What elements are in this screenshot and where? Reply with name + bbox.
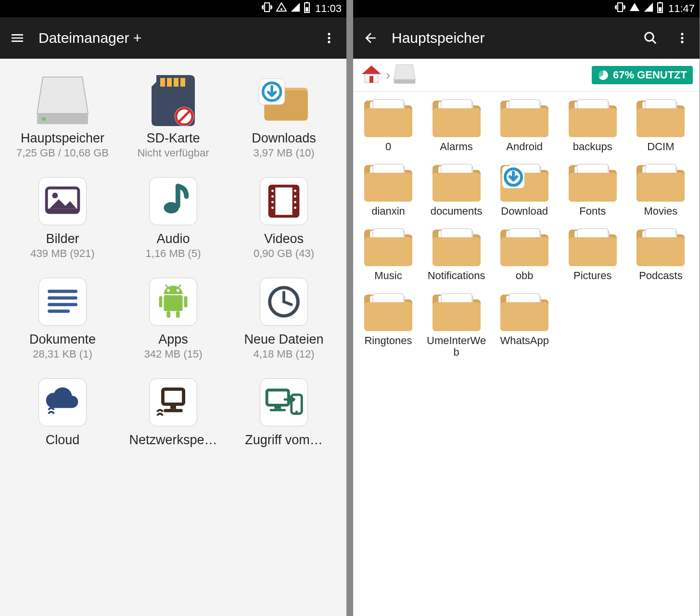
folder-icon [361, 290, 415, 334]
svg-point-33 [294, 201, 296, 204]
svg-point-21 [52, 192, 58, 198]
category-sub: 1,16 MB (5) [146, 247, 201, 260]
folder-icon [430, 290, 484, 334]
svg-rect-44 [159, 296, 163, 308]
vibrate-icon [261, 1, 273, 16]
category-drive[interactable]: Hauptspeicher 7,25 GB / 10,68 GB [10, 72, 115, 159]
svg-rect-51 [163, 389, 183, 404]
folder-item[interactable]: Ringtones [357, 290, 420, 358]
folder-item[interactable]: Alarms [425, 96, 488, 153]
folder-item[interactable]: Fonts [561, 160, 624, 217]
category-sub: 0,90 GB (43) [254, 247, 314, 260]
category-music[interactable]: Audio 1,16 MB (5) [120, 173, 226, 260]
back-icon[interactable] [360, 27, 381, 49]
folder-label: documents [431, 205, 483, 217]
video-icon [255, 173, 312, 230]
vibrate-icon [614, 1, 626, 16]
folder-label: Music [374, 270, 402, 282]
category-sdcard[interactable]: SD-Karte Nicht verfügbar [120, 72, 226, 159]
folder-label: Alarms [440, 141, 472, 153]
svg-point-40 [167, 289, 170, 292]
svg-point-23 [164, 202, 178, 214]
folder-item[interactable]: Podcasts [629, 225, 692, 282]
svg-point-29 [271, 201, 274, 204]
svg-rect-22 [47, 209, 79, 213]
folder-icon [497, 225, 551, 269]
app-bar: Dateimanager + [0, 17, 346, 59]
folder-item[interactable]: Android [493, 96, 556, 153]
folder-item[interactable]: dianxin [357, 160, 420, 217]
remote-icon [255, 374, 312, 431]
status-bar: 11:47 [353, 0, 700, 17]
category-cloud[interactable]: Cloud [10, 374, 115, 449]
folder-icon [634, 160, 687, 205]
folder-icon [430, 225, 484, 269]
category-download-folder[interactable]: Downloads 3,97 MB (10) [231, 72, 337, 159]
folder-icon [361, 225, 415, 269]
folder-item[interactable]: 0 [357, 96, 420, 153]
search-icon[interactable] [640, 27, 661, 49]
chevron-right-icon: › [386, 67, 390, 83]
overflow-icon[interactable] [672, 27, 693, 49]
folder-icon [566, 96, 620, 140]
category-image[interactable]: Bilder 439 MB (921) [10, 173, 115, 260]
svg-point-34 [294, 206, 296, 209]
drive-icon[interactable] [393, 64, 416, 87]
category-video[interactable]: Videos 0,90 GB (43) [231, 173, 337, 260]
category-doc[interactable]: Dokumente 28,31 KB (1) [10, 273, 115, 360]
folder-icon [361, 96, 415, 140]
category-remote[interactable]: Zugriff vom… [231, 374, 337, 449]
folder-item[interactable]: Music [357, 225, 420, 282]
category-android[interactable]: Apps 342 MB (15) [120, 273, 226, 360]
overflow-icon[interactable] [318, 27, 340, 49]
usage-badge[interactable]: 67% GENUTZT [592, 66, 693, 84]
signal-icon [290, 2, 301, 15]
svg-rect-62 [659, 7, 662, 12]
svg-rect-11 [160, 78, 165, 87]
category-grid: Hauptspeicher 7,25 GB / 10,68 GB SD-Kart… [0, 59, 346, 462]
folder-item[interactable]: backups [561, 96, 624, 153]
svg-point-41 [177, 289, 179, 292]
folder-label: Notifications [428, 270, 485, 282]
breadcrumb: › 67% GENUTZT [353, 59, 700, 92]
svg-point-5 [328, 33, 330, 35]
svg-point-58 [295, 411, 298, 413]
android-icon [145, 273, 202, 330]
home-icon[interactable] [360, 63, 383, 88]
category-sub: 342 MB (15) [144, 348, 202, 360]
category-label: Cloud [46, 433, 80, 448]
usage-label: 67% GENUTZT [613, 69, 687, 81]
category-clock[interactable]: Neue Dateien 4,18 MB (12) [231, 273, 337, 360]
folder-item[interactable]: Download [493, 160, 556, 217]
folder-item[interactable]: DCIM [629, 96, 692, 153]
folder-item[interactable]: UmeInterWeb [425, 290, 488, 358]
folder-label: Android [506, 141, 543, 153]
folder-label: Movies [644, 205, 678, 217]
category-sub: 28,31 KB (1) [33, 348, 92, 360]
app-bar: Hauptspeicher [353, 17, 700, 59]
svg-rect-3 [306, 2, 308, 3]
svg-marker-59 [630, 3, 639, 11]
svg-rect-14 [180, 78, 185, 87]
category-sub: 3,97 MB (10) [253, 147, 314, 159]
svg-point-1 [280, 8, 282, 10]
svg-line-64 [652, 40, 656, 44]
category-netstore[interactable]: Netzwerkspe… [120, 374, 226, 449]
folder-item[interactable]: Notifications [425, 225, 488, 282]
folder-item[interactable]: documents [425, 160, 488, 217]
category-label: Zugriff vom… [245, 433, 323, 448]
svg-point-6 [328, 37, 330, 39]
folder-icon [430, 160, 484, 205]
menu-icon[interactable] [7, 27, 28, 49]
folder-item[interactable]: Pictures [561, 225, 624, 282]
category-label: Netzwerkspe… [129, 433, 217, 448]
sdcard-icon [145, 72, 202, 129]
folder-item[interactable]: WhatsApp [493, 290, 556, 358]
svg-point-32 [294, 195, 296, 198]
folder-item[interactable]: Movies [629, 160, 692, 217]
folder-label: DCIM [647, 141, 674, 153]
svg-line-50 [284, 302, 292, 305]
category-label: Apps [158, 332, 188, 347]
folder-item[interactable]: obb [493, 225, 556, 282]
svg-rect-46 [166, 311, 170, 318]
